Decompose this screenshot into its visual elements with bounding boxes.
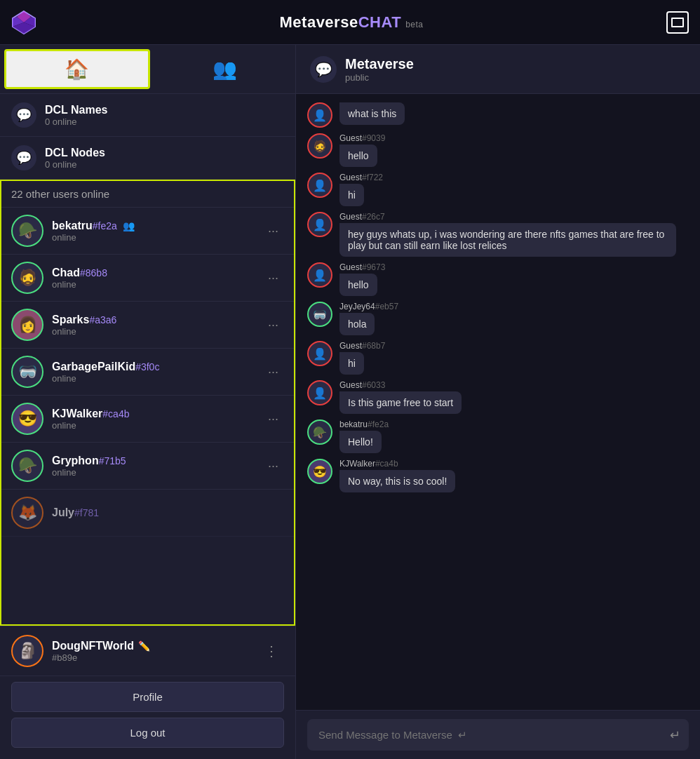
send-button[interactable]: ↵ <box>670 727 680 743</box>
message-row-5: 👤 Guest#68b7 hi <box>307 341 689 375</box>
user-menu-chad[interactable]: ··· <box>262 268 284 288</box>
friend-icon: 👥 <box>123 220 135 231</box>
msg-sender-4: JeyJey64#eb57 <box>339 302 689 311</box>
msg-bubble-5: hi <box>339 352 364 375</box>
user-item-garbagepailkid[interactable]: 🥽 GarbagePailKid#3f0c online ··· <box>1 349 294 396</box>
msg-bubble-8: No way, this is so cool! <box>339 470 455 492</box>
online-header: 22 other users online <box>1 181 294 208</box>
app-header: MetaverseCHATbeta <box>0 0 700 45</box>
user-status-garbagepailkid: online <box>52 373 254 384</box>
bottom-buttons: Profile Log out <box>0 676 295 759</box>
msg-bubble-4: hola <box>339 313 375 335</box>
user-name-sparks: Sparks#a3a6 <box>52 314 254 326</box>
user-name-july: July#f781 <box>52 506 284 519</box>
user-name-bekatru: bekatru#fe2a 👥 <box>52 220 254 232</box>
channel-name: DCL Names <box>45 104 108 116</box>
user-menu-garbagepailkid[interactable]: ··· <box>262 362 284 382</box>
tabs: 🏠 👥 <box>0 45 295 94</box>
msg-sender-6: Guest#6033 <box>339 380 689 390</box>
channel-dcl-nodes[interactable]: 💬 DCL Nodes 0 online <box>0 137 295 180</box>
chat-header: 💬 Metaverse public <box>296 45 700 94</box>
message-row-truncated: 👤 what is this <box>307 102 689 128</box>
msg-sender-7: bekatru#fe2a <box>339 419 689 429</box>
channel-dcl-names[interactable]: 💬 DCL Names 0 online <box>0 94 295 137</box>
msg-avatar-4: 🥽 <box>307 302 332 327</box>
user-avatar-july: 🦊 <box>11 497 43 529</box>
channel-status: 0 online <box>45 116 108 127</box>
user-item-july[interactable]: 🦊 July#f781 <box>1 490 294 537</box>
user-name-garbagepailkid: GarbagePailKid#3f0c <box>52 361 254 373</box>
user-avatar-chad: 🧔 <box>11 262 43 294</box>
user-item-bekatru[interactable]: 🪖 bekatru#fe2a 👥 online ··· <box>1 208 294 255</box>
chat-room-icon: 💬 <box>310 56 337 83</box>
user-avatar-bekatru: 🪖 <box>11 215 43 247</box>
user-status-chad: online <box>52 279 254 290</box>
current-user-menu[interactable]: ⋮ <box>259 640 284 662</box>
user-item-gryphon[interactable]: 🪖 Gryphon#71b5 online ··· <box>1 443 294 490</box>
msg-bubble-trunc: what is this <box>339 102 405 125</box>
msg-avatar-0: 🧔 <box>307 133 332 159</box>
user-item-kjwalker[interactable]: 😎 KJWalker#ca4b online ··· <box>1 396 294 443</box>
tab-home[interactable]: 🏠 <box>4 49 150 89</box>
users-icon: 👥 <box>213 58 237 81</box>
main-layout: 🏠 👥 💬 DCL Names 0 online 💬 DCL Nodes 0 o… <box>0 45 700 759</box>
channel-icon: 💬 <box>11 102 36 128</box>
user-menu-gryphon[interactable]: ··· <box>262 456 284 476</box>
msg-avatar-8: 😎 <box>307 459 332 484</box>
header-title: MetaverseCHATbeta <box>280 13 424 32</box>
chat-input-bar: ↵ <box>296 710 700 759</box>
msg-sender-8: KJWalker#ca4b <box>339 459 689 469</box>
msg-avatar-7: 🪖 <box>307 419 332 445</box>
user-status-kjwalker: online <box>52 420 254 431</box>
profile-button[interactable]: Profile <box>11 682 284 712</box>
msg-avatar-1: 👤 <box>307 173 332 198</box>
msg-sender-5: Guest#68b7 <box>339 341 689 351</box>
current-user-avatar: 🗿 <box>11 635 43 667</box>
left-panel: 🏠 👥 💬 DCL Names 0 online 💬 DCL Nodes 0 o… <box>0 45 296 759</box>
user-item-sparks[interactable]: 👩 Sparks#a3a6 online ··· <box>1 302 294 349</box>
msg-bubble-6: Is this game free to start <box>339 391 462 414</box>
chat-room-type: public <box>345 72 414 83</box>
user-menu-kjwalker[interactable]: ··· <box>262 409 284 429</box>
logo <box>11 10 36 35</box>
msg-avatar-2: 👤 <box>307 212 332 237</box>
channel-name-2: DCL Nodes <box>45 147 105 159</box>
msg-bubble-7: Hello! <box>339 431 382 453</box>
msg-sender-0: Guest#9039 <box>339 133 689 143</box>
logout-button[interactable]: Log out <box>11 718 284 748</box>
user-menu-sparks[interactable]: ··· <box>262 315 284 335</box>
user-avatar-garbagepailkid: 🥽 <box>11 356 43 388</box>
message-row-3: 👤 Guest#9673 hello <box>307 262 689 296</box>
title-chat: CHAT <box>358 13 401 31</box>
msg-bubble-3: hello <box>339 274 377 296</box>
msg-bubble-0: hello <box>339 145 377 167</box>
channel-status-2: 0 online <box>45 159 105 170</box>
online-users-section: 22 other users online 🪖 bekatru#fe2a 👥 o… <box>0 180 295 626</box>
message-row-8: 😎 KJWalker#ca4b No way, this is so cool! <box>307 459 689 492</box>
edit-name-icon[interactable]: ✏️ <box>138 640 150 652</box>
window-button[interactable] <box>666 11 689 34</box>
chat-input[interactable] <box>307 719 689 751</box>
user-menu-bekatru[interactable]: ··· <box>262 221 284 241</box>
message-row-0: 🧔 Guest#9039 hello <box>307 133 689 167</box>
chat-room-name: Metaverse <box>345 56 414 72</box>
message-row-7: 🪖 bekatru#fe2a Hello! <box>307 419 689 453</box>
chat-input-wrapper: ↵ <box>307 719 689 751</box>
user-status-gryphon: online <box>52 467 254 478</box>
title-metaverse: Metaverse <box>280 13 358 31</box>
msg-sender-2: Guest#26c7 <box>339 212 689 222</box>
current-user-name: DougNFTWorld ✏️ <box>52 640 250 652</box>
user-avatar-gryphon: 🪖 <box>11 450 43 482</box>
title-beta: beta <box>405 20 423 29</box>
home-icon: 🏠 <box>65 58 89 81</box>
user-name-gryphon: Gryphon#71b5 <box>52 455 254 467</box>
user-avatar-sparks: 👩 <box>11 309 43 341</box>
user-name-kjwalker: KJWalker#ca4b <box>52 408 254 420</box>
msg-sender-3: Guest#9673 <box>339 262 689 272</box>
message-row-1: 👤 Guest#f722 hi <box>307 173 689 206</box>
tab-users[interactable]: 👥 <box>154 45 296 93</box>
right-panel: 💬 Metaverse public 👤 what is this 🧔 Gu <box>296 45 700 759</box>
user-item-chad[interactable]: 🧔 Chad#86b8 online ··· <box>1 255 294 302</box>
msg-avatar-6: 👤 <box>307 380 332 405</box>
user-avatar-kjwalker: 😎 <box>11 403 43 435</box>
